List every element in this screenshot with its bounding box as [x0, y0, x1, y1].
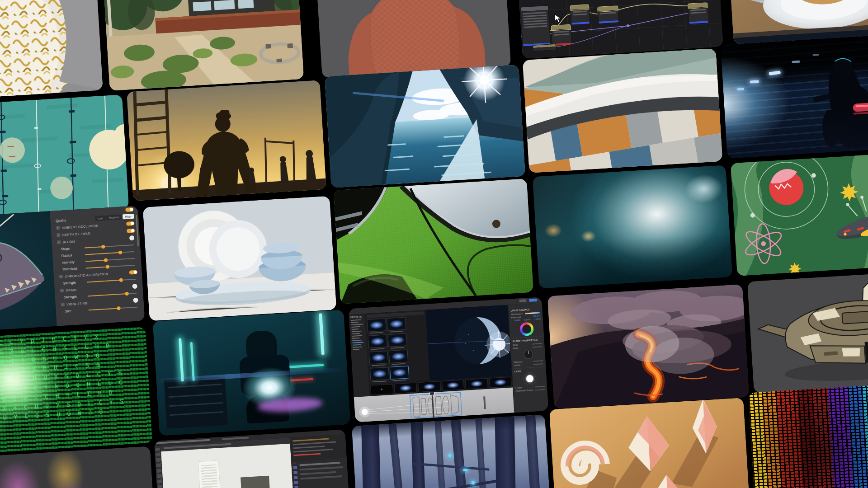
element-thumb[interactable]: [418, 381, 441, 392]
thumbnail-gallery-wall: Quality Low Medium High ›AMBIENT OCCLUSI…: [0, 0, 868, 488]
panel-scrollbar[interactable]: [136, 215, 139, 246]
tile-volcano-lava[interactable]: [547, 284, 749, 409]
tile-dinosaur-render-settings[interactable]: Quality Low Medium High ›AMBIENT OCCLUSI…: [0, 206, 145, 332]
forest-trunks: [352, 414, 552, 488]
preset-thumb[interactable]: [387, 317, 406, 331]
sculpture-artwork: [0, 0, 103, 98]
tile-patchwork-textile[interactable]: [523, 48, 722, 173]
node-transform: [551, 24, 572, 46]
car-artwork: [334, 178, 534, 304]
preset-thumb[interactable]: [368, 334, 387, 348]
tile-gold-filigree-sculpture[interactable]: [0, 0, 103, 98]
tile-green-car-closeup[interactable]: [334, 178, 534, 304]
quality-medium[interactable]: Medium: [106, 214, 122, 220]
tile-teal-fog-lights[interactable]: [533, 165, 732, 289]
sunset-artwork: [127, 80, 326, 201]
quality-low[interactable]: Low: [95, 215, 106, 221]
garage-shapes: [153, 310, 351, 436]
lava-artwork: [547, 284, 749, 409]
grain-toggle[interactable]: [130, 284, 138, 288]
color-wheel[interactable]: [519, 322, 534, 336]
fog-structures: [533, 165, 732, 289]
angle-knob[interactable]: [524, 350, 533, 359]
tile-modern-house-archviz[interactable]: [103, 0, 304, 91]
lens-header: LENS: [514, 366, 543, 373]
selected-preset-item[interactable]: [352, 342, 363, 343]
element-thumb[interactable]: [465, 378, 488, 389]
tile-color-smoke[interactable]: [0, 446, 157, 488]
tile-fjord-sunrays[interactable]: [325, 65, 525, 188]
tile-ceramic-tableware[interactable]: [143, 196, 337, 321]
element-thumb[interactable]: [394, 382, 417, 394]
expand-icon[interactable]: ⌄: [60, 289, 63, 292]
tile-led-matrix[interactable]: [748, 381, 868, 488]
element-thumb[interactable]: [441, 380, 464, 391]
bloom-toggle[interactable]: [127, 235, 136, 240]
expand-icon[interactable]: ⌄: [57, 240, 61, 244]
space-artwork: [731, 151, 868, 276]
size-slider[interactable]: [88, 306, 137, 310]
intensity-slider[interactable]: [85, 258, 135, 262]
vignetting-toggle[interactable]: [131, 298, 139, 302]
mouse-cursor-icon: [554, 14, 561, 23]
steps-slider[interactable]: [85, 244, 134, 248]
creature-artwork: [316, 0, 511, 78]
grain-strength-slider[interactable]: [87, 292, 137, 296]
enabled-toggle[interactable]: [125, 207, 134, 211]
ca-toggle[interactable]: [129, 270, 138, 274]
tile-sunset-calisthenics[interactable]: [127, 80, 326, 201]
fabric-artwork: [523, 48, 722, 173]
ca-strength-slider[interactable]: [86, 278, 136, 282]
tile-misty-forest[interactable]: [352, 414, 552, 488]
ao-toggle[interactable]: [126, 221, 135, 225]
aperture-preview: [524, 372, 536, 385]
tile-neon-garage-rider[interactable]: [153, 310, 351, 436]
threshold-slider[interactable]: [85, 264, 135, 268]
node-b: [597, 5, 619, 23]
tile-candy-shapes[interactable]: [549, 398, 750, 488]
tile-space-illustration[interactable]: [731, 151, 868, 276]
preset-thumb[interactable]: [369, 351, 389, 365]
tile-creature-sculpt[interactable]: [316, 0, 511, 78]
expand-icon[interactable]: ›: [57, 233, 60, 237]
quality-label: Quality: [56, 218, 66, 223]
flares-preset-browser: [365, 310, 429, 385]
node-a: [570, 4, 590, 24]
fjord-artwork: [325, 65, 525, 188]
add-element-button[interactable]: +: [370, 384, 393, 395]
preset-thumb[interactable]: [370, 367, 390, 381]
presets-header: PRESETS: [350, 315, 363, 319]
tableware-artwork: [143, 196, 337, 321]
flares-properties-panel: LIGHT SOURCE Temperature Brightness100.0…: [508, 303, 548, 413]
expand-icon[interactable]: ›: [56, 226, 60, 230]
tile-digital-rain[interactable]: J H E A C L Y p J U C Y Y XS A # Z Q Z o…: [0, 327, 152, 454]
quality-high[interactable]: High: [123, 213, 134, 219]
quality-dropdown[interactable]: [533, 363, 543, 365]
node-output: [688, 2, 709, 23]
preset-thumb-selected[interactable]: [390, 366, 410, 380]
expand-icon[interactable]: ⌄: [61, 303, 64, 306]
candy-artwork: [549, 398, 750, 488]
house-artwork: [103, 0, 304, 91]
radius-slider[interactable]: [85, 251, 134, 255]
preset-thumb[interactable]: [387, 333, 407, 347]
tile-teal-motion-graphics[interactable]: [0, 94, 129, 221]
preset-thumb[interactable]: [367, 318, 387, 332]
dof-toggle[interactable]: [127, 228, 135, 233]
tile-blender-workspace[interactable]: [154, 429, 352, 488]
tile-night-rider[interactable]: [721, 33, 868, 159]
ship-artwork: [747, 270, 868, 393]
render-settings-panel: Quality Low Medium High ›AMBIENT OCCLUSI…: [50, 206, 145, 326]
tile-scifi-ship[interactable]: [747, 270, 868, 393]
expand-icon[interactable]: ⌄: [59, 275, 62, 278]
preset-thumb[interactable]: [389, 349, 409, 363]
element-thumb[interactable]: [489, 377, 512, 388]
blender-ui: [154, 429, 352, 488]
teal-pattern-artwork: [0, 94, 129, 221]
tile-lens-flare-editor[interactable]: PRESETS: [349, 297, 549, 422]
node-list: [520, 5, 551, 46]
flares-render-preview: [425, 305, 512, 381]
